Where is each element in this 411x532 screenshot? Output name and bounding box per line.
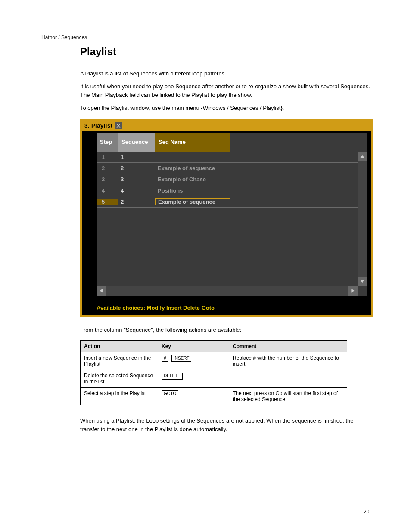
scroll-down-button[interactable] bbox=[358, 277, 367, 286]
chevron-left-icon bbox=[99, 288, 104, 293]
comment-cell: Replace # with the number of the Sequenc… bbox=[229, 352, 347, 370]
intro-paragraph-1: A Playlist is a list of Sequences with d… bbox=[80, 69, 372, 78]
close-icon bbox=[116, 124, 121, 128]
cell-sequence: 3 bbox=[118, 176, 155, 183]
page-number: 201 bbox=[364, 509, 372, 515]
vertical-scrollbar[interactable] bbox=[358, 152, 367, 286]
column-header-sequence[interactable]: Sequence bbox=[118, 133, 155, 152]
action-cell: Select a step in the Playlist bbox=[81, 387, 158, 405]
keycap-hash: # bbox=[162, 355, 168, 362]
after-panel-text: From the column "Sequence", the followin… bbox=[80, 326, 372, 334]
keycap-goto: GOTO bbox=[162, 390, 178, 397]
chevron-down-icon bbox=[360, 279, 365, 284]
title-underline bbox=[80, 59, 100, 59]
svg-marker-3 bbox=[360, 280, 364, 283]
cell-sequence: 2 bbox=[118, 165, 155, 171]
cell-seq-name: Example of sequence bbox=[155, 165, 230, 171]
action-header-key: Key bbox=[158, 340, 229, 352]
key-cell: # INSERT bbox=[158, 352, 229, 370]
action-table: Action Key Comment Insert a new Sequence… bbox=[80, 340, 347, 405]
intro-paragraph-3: To open the Playlist window, use the mai… bbox=[80, 104, 372, 112]
cell-step: 2 bbox=[97, 165, 118, 171]
action-row: Insert a new Sequence in the Playlist # … bbox=[81, 352, 347, 370]
svg-marker-2 bbox=[360, 155, 364, 158]
comment-cell bbox=[229, 370, 347, 387]
horizontal-scrollbar[interactable] bbox=[97, 286, 358, 296]
cell-seq-name: Positions bbox=[155, 187, 230, 194]
table-row-selected[interactable]: 5 2 Example of sequence bbox=[97, 196, 367, 208]
playlist-grid: Step Sequence Seq Name 1 1 2 2 Example o… bbox=[97, 133, 367, 296]
action-row: Select a step in the Playlist GOTO The n… bbox=[81, 387, 347, 405]
cell-sequence: 2 bbox=[118, 199, 155, 205]
keycap-delete: DELETE bbox=[162, 373, 183, 380]
scroll-right-button[interactable] bbox=[348, 286, 358, 296]
close-button[interactable] bbox=[115, 122, 122, 129]
header-breadcrumb: Hathor / Sequences bbox=[41, 34, 372, 40]
keycap-insert: INSERT bbox=[171, 355, 192, 362]
chevron-up-icon bbox=[360, 154, 365, 159]
column-header-step[interactable]: Step bbox=[97, 133, 118, 152]
table-row[interactable]: 3 3 Example of Chase bbox=[97, 174, 367, 185]
action-header-action: Action bbox=[81, 340, 158, 352]
grid-header: Step Sequence Seq Name bbox=[97, 133, 367, 152]
page-title: Playlist bbox=[80, 46, 372, 58]
cell-step: 5 bbox=[97, 199, 118, 205]
action-row: Delete the selected Sequence in the list… bbox=[81, 370, 347, 387]
table-row[interactable]: 1 1 bbox=[97, 152, 367, 163]
cell-step: 4 bbox=[97, 187, 118, 194]
cell-seq-name: Example of sequence bbox=[155, 198, 230, 205]
key-cell: DELETE bbox=[158, 370, 229, 387]
action-header-comment: Comment bbox=[229, 340, 347, 352]
cell-step: 1 bbox=[97, 154, 118, 160]
comment-cell: The next press on Go will start the firs… bbox=[229, 387, 347, 405]
chevron-right-icon bbox=[350, 288, 355, 293]
cell-sequence: 4 bbox=[118, 187, 155, 194]
key-cell: GOTO bbox=[158, 387, 229, 405]
action-cell: Insert a new Sequence in the Playlist bbox=[81, 352, 158, 370]
table-row[interactable]: 4 4 Positions bbox=[97, 185, 367, 196]
panel-footer-hint: Available choices: Modify Insert Delete … bbox=[97, 305, 367, 311]
panel-titlebar: 3. Playlist bbox=[82, 121, 371, 131]
column-header-seq-name[interactable]: Seq Name bbox=[155, 133, 230, 152]
svg-marker-5 bbox=[351, 289, 354, 293]
intro-paragraph-2: It is useful when you need to play one S… bbox=[80, 82, 372, 100]
scroll-left-button[interactable] bbox=[97, 286, 106, 296]
svg-marker-4 bbox=[100, 289, 103, 293]
scroll-up-button[interactable] bbox=[358, 152, 367, 161]
cell-seq-name: Example of Chase bbox=[155, 176, 230, 183]
playlist-panel: 3. Playlist Step Sequence Seq Name 1 1 2… bbox=[80, 119, 373, 317]
action-cell: Delete the selected Sequence in the list bbox=[81, 370, 158, 387]
footer-note: When using a Playlist, the Loop settings… bbox=[80, 417, 372, 434]
cell-sequence: 1 bbox=[118, 154, 155, 160]
table-row[interactable]: 2 2 Example of sequence bbox=[97, 163, 367, 174]
cell-step: 3 bbox=[97, 176, 118, 183]
panel-title: 3. Playlist bbox=[84, 122, 112, 129]
